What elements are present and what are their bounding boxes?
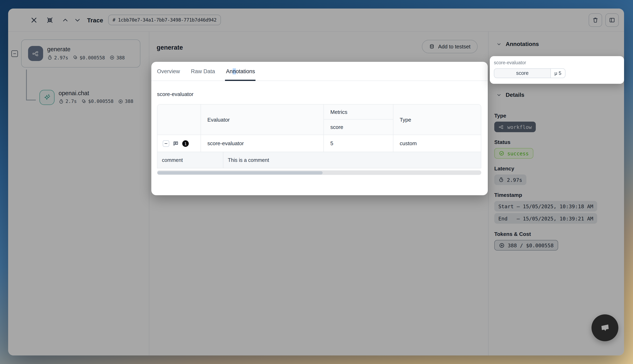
cell-evaluator: score-evaluator bbox=[200, 135, 324, 152]
evaluator-section-title: score-evaluator bbox=[157, 91, 194, 97]
metric-name-field[interactable]: score bbox=[494, 68, 551, 78]
annotations-table: Evaluator Metrics score Type 1 score-eva… bbox=[157, 104, 481, 168]
horizontal-scrollbar[interactable] bbox=[157, 170, 481, 175]
scrollbar-thumb[interactable] bbox=[158, 171, 322, 174]
header-cell-evaluator: Evaluator bbox=[200, 104, 324, 134]
page: Trace # 1cbb70e7-34a1-7bb7-3498-771b7d46… bbox=[0, 0, 633, 364]
tab-annotations-text: otations bbox=[236, 68, 255, 74]
comment-value: This is a comment bbox=[223, 152, 481, 168]
tab-annotations-text: An bbox=[226, 68, 233, 74]
tab-annotations-selected-text: n bbox=[233, 68, 236, 74]
header-cell-empty bbox=[158, 104, 200, 134]
comment-icon[interactable] bbox=[172, 140, 179, 146]
annotation-score-card: score-evaluator score μ 5 bbox=[490, 56, 624, 84]
comment-key: comment bbox=[158, 152, 223, 168]
row-controls-cell: 1 bbox=[158, 135, 200, 152]
metrics-subcolumn-score: score bbox=[324, 120, 393, 134]
active-tab-indicator bbox=[225, 80, 256, 81]
comment-count-badge: 1 bbox=[182, 140, 189, 146]
tab-overview[interactable]: Overview bbox=[157, 68, 180, 74]
metric-mean-badge: μ 5 bbox=[551, 68, 566, 78]
tab-annotations[interactable]: Annotations bbox=[226, 68, 255, 74]
table-header: Evaluator Metrics score Type bbox=[158, 104, 481, 134]
metrics-group-label: Metrics bbox=[324, 104, 393, 120]
metric-input-group: score μ 5 bbox=[494, 68, 566, 78]
collapse-row-checkbox[interactable] bbox=[163, 140, 169, 146]
tab-raw-data[interactable]: Raw Data bbox=[191, 68, 215, 74]
table-row[interactable]: 1 score-evaluator 5 custom bbox=[158, 134, 481, 152]
cell-type: custom bbox=[393, 135, 481, 152]
header-cell-metrics: Metrics score bbox=[324, 104, 393, 134]
comment-expanded-row: comment This is a comment bbox=[158, 152, 481, 168]
header-cell-type: Type bbox=[393, 104, 481, 134]
annotation-evaluator-label: score-evaluator bbox=[494, 60, 620, 65]
annotations-tab-panel: Overview Raw Data Annotations score-eval… bbox=[151, 62, 488, 195]
span-tabs: Overview Raw Data Annotations bbox=[151, 62, 488, 81]
cell-score: 5 bbox=[324, 135, 393, 152]
